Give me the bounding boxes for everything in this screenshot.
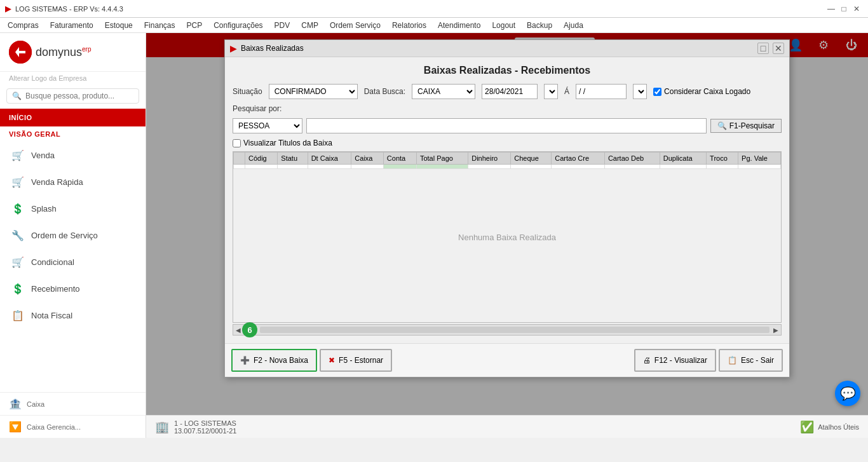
maximize-button[interactable]: □ — [837, 3, 850, 15]
f1-pesquisar-button[interactable]: 🔍 F1-Pesquisar — [710, 119, 782, 133]
sidebar-item-ordem-servico[interactable]: 🔧 Ordem de Serviço — [0, 222, 146, 248]
company-cnpj: 13.007.512/0001-21 — [174, 427, 236, 435]
alter-logo-link[interactable]: Alterar Logo da Empresa — [0, 72, 146, 86]
menu-pcp[interactable]: PCP — [181, 20, 207, 31]
modal-header-title: Baixas Realizadas - Recebimentos — [233, 65, 782, 76]
menu-atendimento[interactable]: Atendimento — [433, 20, 485, 31]
logo-text: domynuserp — [36, 46, 92, 59]
main-layout: domynuserp Alterar Logo da Empresa 🔍 INÍ… — [0, 33, 868, 438]
col-header-dinheiro: Dinheiro — [468, 153, 511, 165]
sidebar-footer-caixa[interactable]: 🏦 Caixa — [0, 392, 146, 415]
modal-close-button[interactable]: ✕ — [773, 43, 784, 54]
col-header-duplicata: Duplicata — [660, 153, 706, 165]
table-container: Códig Statu Dt Caixa Caixa Conta Total P… — [233, 151, 782, 323]
caixa-icon: 🏦 — [9, 398, 22, 410]
company-name: 1 - LOG SISTEMAS — [174, 419, 236, 427]
form-row-situacao: Situação CONFIRMADO Data Busca: CAIXA Á — [233, 84, 782, 99]
menu-relatorios[interactable]: Relatorios — [387, 20, 431, 31]
search-box: 🔍 — [6, 88, 139, 104]
sidebar-item-condicional[interactable]: 🛒 Condicional — [0, 248, 146, 275]
menu-ajuda[interactable]: Ajuda — [559, 20, 588, 31]
splash-icon: 💲 — [11, 201, 25, 215]
date-to-label: Á — [564, 87, 569, 96]
sidebar-footer-caixa-gerencia[interactable]: 🔽 Caixa Gerencia... — [0, 415, 146, 438]
situacao-select[interactable]: CONFIRMADO — [269, 84, 358, 99]
atalhos-uteis: ✅ Atalhos Úteis — [800, 420, 859, 434]
menu-logout[interactable]: Logout — [487, 20, 520, 31]
sidebar-item-venda[interactable]: 🛒 Venda — [0, 142, 146, 168]
empty-message: Nenhuma Baixa Realizada — [458, 233, 556, 242]
title-bar: ▶ LOG SISTEMAS - ERP Vs: 4.4.4.3 — □ ✕ — [0, 0, 868, 18]
search-row: PESSOA 🔍 F1-Pesquisar — [233, 118, 782, 133]
col-header-codigo2: Códig — [245, 153, 278, 165]
scroll-right-arrow[interactable]: ▶ — [772, 327, 780, 334]
sidebar-item-recebimento[interactable]: 💲 Recebimento — [0, 275, 146, 302]
sidebar-nav: 🛒 Venda 🛒 Venda Rápida 💲 Splash 🔧 Ordem … — [0, 142, 146, 392]
col-header-caixa: Caixa — [351, 153, 384, 165]
data-table: Códig Statu Dt Caixa Caixa Conta Total P… — [233, 152, 781, 169]
scroll-left-arrow[interactable]: ◀ — [234, 327, 242, 334]
menu-estoque[interactable]: Estoque — [100, 20, 138, 31]
considerar-caixa-checkbox[interactable] — [653, 88, 661, 96]
menu-ordem-servico[interactable]: Ordem Serviço — [325, 20, 386, 31]
date-from-input[interactable] — [482, 84, 538, 99]
company-info: 🏢 1 - LOG SISTEMAS 13.007.512/0001-21 — [155, 419, 236, 435]
menu-pdv[interactable]: PDV — [269, 20, 295, 31]
date-to-input[interactable] — [576, 84, 627, 99]
modal-footer: ➕ F2 - Nova Baixa ✖ F5 - Estornar 🖨 F12 … — [225, 343, 789, 377]
close-button[interactable]: ✕ — [850, 3, 863, 15]
nova-baixa-button[interactable]: ➕ F2 - Nova Baixa — [231, 349, 317, 372]
estornar-button[interactable]: ✖ F5 - Estornar — [320, 349, 392, 372]
visualizar-button[interactable]: 🖨 F12 - Visualizar — [634, 349, 716, 372]
visualizar-checkbox[interactable] — [233, 139, 241, 147]
pesquisar-por-label: Pesquisar por: — [233, 104, 281, 113]
col-header-conta: Conta — [383, 153, 416, 165]
chat-button[interactable]: 💬 — [835, 381, 860, 406]
modal-title-text: Baixas Realizadas — [241, 44, 754, 53]
col-header-codigo — [234, 153, 245, 165]
sidebar-section-visao-geral[interactable]: VISÃO GERAL — [0, 126, 146, 142]
menu-configuracoes[interactable]: Configurações — [208, 20, 268, 31]
logo-icon — [9, 41, 32, 64]
badge-number: 6 — [242, 322, 257, 337]
sidebar-item-nota-fiscal[interactable]: 📋 Nota Fiscal — [0, 302, 146, 329]
sidebar-section-inicio[interactable]: INÍCIO — [0, 109, 146, 126]
venda-rapida-icon: 🛒 — [11, 175, 25, 189]
menu-bar: Compras Faturamento Estoque Finanças PCP… — [0, 18, 868, 33]
menu-backup[interactable]: Backup — [522, 20, 557, 31]
col-header-dt-caixa: Dt Caixa — [308, 153, 351, 165]
search-input[interactable] — [25, 92, 133, 100]
atalhos-label: Atalhos Úteis — [818, 423, 859, 431]
date-to-arrow[interactable] — [633, 84, 647, 99]
data-busca-select[interactable]: CAIXA — [412, 84, 475, 99]
condicional-icon: 🛒 — [11, 255, 25, 269]
scrollbar[interactable]: ◀ 6 ▶ — [233, 324, 782, 336]
pesquisar-por-select[interactable]: PESSOA — [233, 118, 302, 133]
menu-compras[interactable]: Compras — [3, 20, 44, 31]
col-header-cartao-cre: Cartao Cre — [552, 153, 605, 165]
atalhos-badge-icon: ✅ — [800, 420, 814, 434]
sidebar-item-venda-rapida[interactable]: 🛒 Venda Rápida — [0, 168, 146, 195]
menu-cmp[interactable]: CMP — [296, 20, 323, 31]
date-from-arrow[interactable] — [544, 84, 558, 99]
title-icon: ▶ — [5, 4, 11, 13]
sidebar: domynuserp Alterar Logo da Empresa 🔍 INÍ… — [0, 33, 146, 438]
search-pessoa-input[interactable] — [306, 118, 707, 133]
menu-financas[interactable]: Finanças — [139, 20, 180, 31]
visualizar-row: Visualizar Titulos da Baixa — [233, 139, 782, 147]
modal-maximize-button[interactable]: □ — [757, 43, 769, 54]
menu-faturamento[interactable]: Faturamento — [45, 20, 98, 31]
col-header-troco: Troco — [707, 153, 738, 165]
scroll-track[interactable] — [260, 327, 770, 333]
col-header-status: Statu — [278, 153, 308, 165]
nota-fiscal-icon: 📋 — [11, 308, 25, 322]
bottom-bar: 🏢 1 - LOG SISTEMAS 13.007.512/0001-21 ✅ … — [146, 415, 868, 438]
sair-button[interactable]: 📋 Esc - Sair — [719, 349, 783, 372]
modal-overlay: ▶ Baixas Realizadas □ ✕ Baixas Realizada… — [146, 33, 868, 438]
modal-title-icon: ▶ — [230, 43, 237, 53]
content-area: Nova Tela Inicial! Voltar para Antiga! C… — [146, 33, 868, 438]
nova-baixa-icon: ➕ — [240, 356, 250, 365]
sidebar-item-splash[interactable]: 💲 Splash — [0, 195, 146, 222]
minimize-button[interactable]: — — [825, 3, 837, 15]
col-header-cheque: Cheque — [511, 153, 552, 165]
